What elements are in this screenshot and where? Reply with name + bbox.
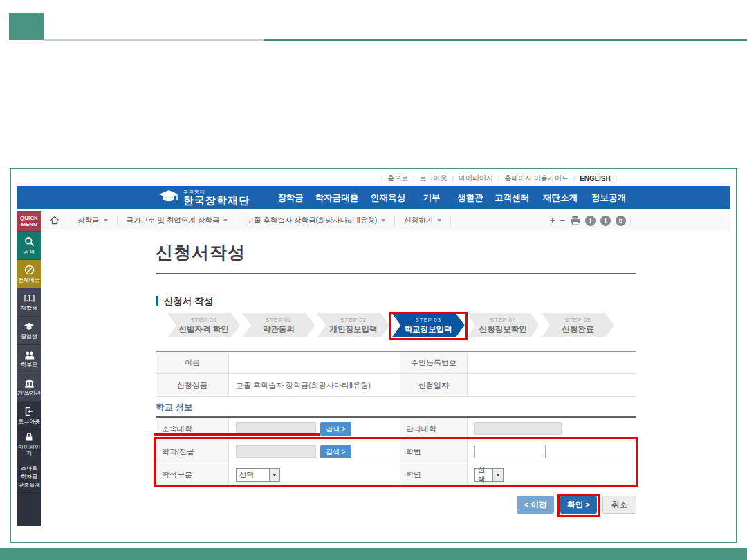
step-number: STEP 04 xyxy=(490,317,516,324)
major-cell: 검색 > xyxy=(229,440,400,463)
enrollment-status-select[interactable]: 선택 xyxy=(236,468,280,482)
step-05: STEP 05 신청완료 xyxy=(542,313,614,337)
chevron-down-icon xyxy=(269,469,279,481)
college-cell xyxy=(468,418,637,440)
sidebar-item-label: 재학생 xyxy=(21,305,37,311)
prev-button[interactable]: < 이전 xyxy=(517,496,554,514)
sidebar-item-search[interactable]: 검색 xyxy=(17,232,42,260)
nav-disclosure[interactable]: 정보공개 xyxy=(591,186,626,209)
divider: | xyxy=(413,175,414,182)
sidebar-item-label: 스마트 xyxy=(21,465,37,472)
school-info-title: 학교 정보 xyxy=(156,402,192,413)
sidebar-item-label: 학자금 xyxy=(21,474,37,480)
major-label: 학과/전공 xyxy=(156,440,229,463)
name-value xyxy=(229,352,400,374)
step-01: STEP 01 약관동의 xyxy=(242,313,315,337)
step-label: 약관동의 xyxy=(263,324,295,335)
apply-date-label: 신청일자 xyxy=(400,374,468,396)
sidebar-item-graduate[interactable]: 졸업생 xyxy=(17,317,42,345)
book-icon xyxy=(24,294,35,303)
home-icon[interactable] xyxy=(42,216,68,225)
logout-icon xyxy=(24,407,35,416)
school-info-table: 소속대학 검색 > 단과대학 학과/전공 검색 > 학번 학적구분 선택 xyxy=(156,416,636,487)
gradcap-icon xyxy=(24,322,35,331)
step-label: 신청정보확인 xyxy=(479,324,527,335)
nav-donation[interactable]: 기부 xyxy=(423,186,441,209)
chevron-down-icon xyxy=(492,469,503,481)
step-00: STEP 00 선발자격 확인 xyxy=(167,313,240,337)
nav-talent[interactable]: 인재육성 xyxy=(371,186,405,209)
divider: | xyxy=(573,175,575,182)
step-number: STEP 05 xyxy=(565,317,591,324)
link-mypage[interactable]: 마이페이지 xyxy=(459,174,493,183)
major-input[interactable] xyxy=(236,445,316,458)
sidebar-item-parents[interactable]: 학부모 xyxy=(17,345,42,373)
sidebar-item-label: 로그아웃 xyxy=(18,418,40,424)
product-value: 고졸 후학습자 장학금(희망사다리Ⅱ유형) xyxy=(229,374,400,396)
search-icon xyxy=(24,236,35,247)
step-label: 선발자격 확인 xyxy=(178,324,228,335)
divider: | xyxy=(381,175,382,182)
grade-label: 학년 xyxy=(400,463,468,486)
sidebar-item-label: 마이페이지 xyxy=(17,444,42,456)
nav-about[interactable]: 재단소개 xyxy=(543,186,578,209)
sidebar-item-all-menu[interactable]: 전체메뉴 xyxy=(17,260,42,288)
student-id-input[interactable] xyxy=(474,445,546,458)
step-label: 학교정보입력 xyxy=(405,324,452,335)
step-label: 신청완료 xyxy=(562,324,593,335)
link-logout[interactable]: 로그아웃 xyxy=(419,174,447,183)
divider: | xyxy=(498,175,499,182)
step-04: STEP 04 신청정보확인 xyxy=(467,313,540,337)
menu-label: MENU xyxy=(21,221,37,227)
grade-cell: 선택 xyxy=(468,463,637,486)
major-search-button[interactable]: 검색 > xyxy=(320,445,351,458)
sidebar-item-corporation[interactable]: 기업/기관 xyxy=(17,373,42,402)
university-search-button[interactable]: 검색 > xyxy=(320,422,351,436)
chevron-down-icon xyxy=(104,219,108,222)
university-input[interactable] xyxy=(236,422,316,435)
cancel-button[interactable]: 취소 xyxy=(602,496,636,514)
sidebar-item-label: 맞춤설계 xyxy=(18,482,40,488)
nav-student-loan[interactable]: 학자금대출 xyxy=(315,186,359,209)
step-number: STEP 00 xyxy=(191,317,216,324)
select-value: 선택 xyxy=(237,470,269,480)
breadcrumb-label: 장학금 xyxy=(77,216,100,225)
link-site-guide[interactable]: 홈페이지 이용가이드 xyxy=(504,174,569,183)
main-content: 신청서작성 신청서 작성 STEP 00 선발자격 확인 STEP 01 약관동… xyxy=(156,211,636,515)
page-title: 신청서작성 xyxy=(156,241,246,264)
resident-number-value xyxy=(468,352,637,374)
link-english[interactable]: ENGLISH xyxy=(580,175,610,183)
gradcap-logo-icon xyxy=(158,189,179,205)
portal-frame: | 홈으로 | 로그아웃 | 마이페이지 | 홈페이지 이용가이드 | ENGL… xyxy=(10,168,737,543)
sidebar-item-enrolled-student[interactable]: 재학생 xyxy=(17,288,42,317)
step-02: STEP 02 개인정보입력 xyxy=(317,313,389,337)
quick-menu-badge: QUICK MENU xyxy=(17,211,42,232)
sidebar-item-mypage[interactable]: 마이페이지 xyxy=(17,430,42,458)
confirm-button[interactable]: 확인 > xyxy=(560,496,597,514)
step-indicator: STEP 00 선발자격 확인 STEP 01 약관동의 STEP 02 개인정… xyxy=(167,313,614,337)
utility-links: | 홈으로 | 로그아웃 | 마이페이지 | 홈페이지 이용가이드 | ENGL… xyxy=(376,174,622,183)
sidebar-filler xyxy=(17,493,42,526)
sidebar-item-logout[interactable]: 로그아웃 xyxy=(17,402,42,430)
sidebar-item-label: 검색 xyxy=(24,249,35,255)
kosaf-logo[interactable]: 푸른등대 한국장학재단 xyxy=(158,189,250,205)
grade-select[interactable]: 선택 xyxy=(474,468,504,482)
college-input[interactable] xyxy=(474,422,562,435)
step-number: STEP 03 xyxy=(415,317,441,324)
breadcrumb-item-scholarship[interactable]: 장학금 xyxy=(68,216,118,225)
step-label: 개인정보입력 xyxy=(329,324,377,335)
sidebar-item-label: 학부모 xyxy=(21,362,37,368)
nav-scholarship[interactable]: 장학금 xyxy=(277,186,304,209)
quick-menu-sidebar: QUICK MENU 검색 전체메뉴 xyxy=(17,211,42,526)
step-number: STEP 02 xyxy=(340,317,366,324)
resident-number-label: 주민등록번호 xyxy=(400,352,468,374)
quick-label: QUICK xyxy=(20,215,38,221)
university-cell: 검색 > xyxy=(229,418,400,440)
nav-dormitory[interactable]: 생활관 xyxy=(457,186,483,209)
sidebar-item-label: 전체메뉴 xyxy=(18,277,40,283)
university-label: 소속대학 xyxy=(156,418,229,440)
sidebar-item-smart-planner[interactable]: 스마트 학자금 맞춤설계 xyxy=(17,458,42,493)
nav-customer-center[interactable]: 고객센터 xyxy=(495,186,529,209)
name-label: 이름 xyxy=(156,352,229,374)
link-home[interactable]: 홈으로 xyxy=(387,174,408,183)
